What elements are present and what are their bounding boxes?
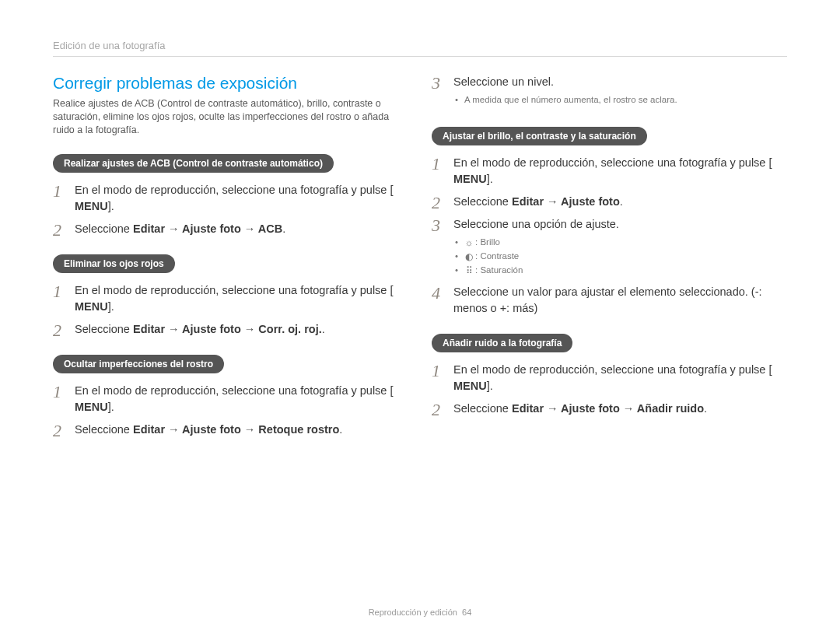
step-bold: Editar → Ajuste foto → Retoque rostro [133, 423, 339, 436]
step: En el modo de reproducción, seleccione u… [53, 383, 408, 415]
step-text: En el modo de reproducción, seleccione u… [453, 363, 772, 376]
steps-redeye: En el modo de reproducción, seleccione u… [53, 282, 408, 338]
step: Seleccione un nivel. A medida que el núm… [432, 74, 787, 107]
step: En el modo de reproducción, seleccione u… [432, 155, 787, 187]
step: Seleccione Editar → Ajuste foto → Corr. … [53, 321, 408, 338]
steps-level: Seleccione un nivel. A medida que el núm… [432, 74, 787, 107]
step-bold: Editar → Ajuste foto → Corr. oj. roj. [133, 323, 322, 335]
subheading-redeye: Eliminar los ojos rojos [53, 254, 175, 273]
footer-section: Reproducción y edición [369, 608, 457, 617]
step-text: ]. [108, 401, 114, 413]
step-text: Seleccione [453, 195, 512, 208]
step-text: . [322, 323, 325, 335]
step-text: . [620, 195, 623, 208]
subheading-face: Ocultar imperfecciones del rostro [53, 355, 224, 373]
bullet-list: A medida que el número aumenta, el rostr… [453, 93, 787, 107]
bullet-item: ◐: Contraste [453, 250, 787, 264]
step-text: Seleccione [453, 402, 512, 415]
step: En el modo de reproducción, seleccione u… [432, 362, 787, 394]
step-text: Seleccione un valor para ajustar el elem… [453, 285, 762, 314]
bullet-item: ☼: Brillo [453, 236, 787, 250]
steps-bcs: En el modo de reproducción, seleccione u… [432, 155, 787, 317]
subheading-acb: Realizar ajustes de ACB (Control de cont… [53, 154, 334, 173]
step-text: En el modo de reproducción, seleccione u… [75, 184, 393, 196]
option-text: : Brillo [475, 237, 500, 247]
two-column-layout: Corregir problemas de exposición Realice… [53, 74, 787, 608]
column-right: Seleccione un nivel. A medida que el núm… [432, 74, 787, 608]
page-footer: Reproducción y edición 64 [53, 608, 787, 634]
step-bold: Editar → Ajuste foto → ACB [133, 222, 282, 235]
manual-page: Edición de una fotografía Corregir probl… [0, 0, 840, 634]
saturation-icon: ⠿ [464, 264, 474, 278]
step-text: . [339, 423, 342, 436]
step: Seleccione una opción de ajuste. ☼: Bril… [432, 216, 787, 278]
bullet-item: A medida que el número aumenta, el rostr… [453, 93, 787, 107]
step-text: Seleccione [75, 222, 133, 235]
step-text: ]. [108, 200, 114, 212]
step-text: En el modo de reproducción, seleccione u… [453, 156, 772, 169]
step-text: En el modo de reproducción, seleccione u… [75, 384, 393, 397]
step: En el modo de reproducción, seleccione u… [53, 282, 408, 315]
menu-label: MENU [453, 171, 487, 187]
contrast-icon: ◐ [464, 250, 474, 264]
page-number: 64 [462, 608, 471, 617]
bullet-item: ⠿: Saturación [453, 264, 787, 278]
running-header: Edición de una fotografía [53, 40, 787, 57]
menu-label: MENU [75, 399, 108, 415]
step-bold: Editar → Ajuste foto [512, 195, 620, 208]
step-text: ]. [487, 173, 493, 185]
option-text: : Contraste [475, 251, 519, 261]
step-text: Seleccione una opción de ajuste. [453, 218, 619, 230]
menu-label: MENU [453, 378, 487, 394]
brightness-icon: ☼ [464, 236, 474, 250]
bullet-list: ☼: Brillo ◐: Contraste ⠿: Saturación [453, 236, 787, 278]
step-text: . [282, 222, 285, 235]
steps-acb: En el modo de reproducción, seleccione u… [53, 182, 408, 237]
section-title: Corregir problemas de exposición [53, 74, 408, 93]
option-text: : Saturación [475, 265, 523, 275]
step-text: En el modo de reproducción, seleccione u… [75, 284, 393, 296]
step: En el modo de reproducción, seleccione u… [53, 182, 408, 215]
step: Seleccione Editar → Ajuste foto. [432, 194, 787, 210]
step-text: . [704, 402, 707, 415]
steps-face: En el modo de reproducción, seleccione u… [53, 383, 408, 438]
intro-paragraph: Realice ajustes de ACB (Control de contr… [53, 97, 408, 137]
step: Seleccione Editar → Ajuste foto → ACB. [53, 221, 408, 237]
step-text: ]. [108, 300, 114, 313]
steps-noise: En el modo de reproducción, seleccione u… [432, 362, 787, 417]
step: Seleccione un valor para ajustar el elem… [432, 284, 787, 317]
menu-label: MENU [75, 198, 108, 215]
step-bold: Editar → Ajuste foto → Añadir ruido [512, 402, 704, 415]
step: Seleccione Editar → Ajuste foto → Añadir… [432, 401, 787, 417]
step-text: Seleccione [75, 323, 133, 335]
step-text: Seleccione un nivel. [453, 75, 554, 88]
menu-label: MENU [75, 299, 108, 315]
column-left: Corregir problemas de exposición Realice… [53, 74, 408, 608]
step-text: ]. [487, 380, 493, 392]
step: Seleccione Editar → Ajuste foto → Retoqu… [53, 422, 408, 438]
subheading-bcs: Ajustar el brillo, el contraste y la sat… [432, 127, 647, 145]
step-text: Seleccione [75, 423, 133, 436]
subheading-noise: Añadir ruido a la fotografía [432, 334, 572, 352]
